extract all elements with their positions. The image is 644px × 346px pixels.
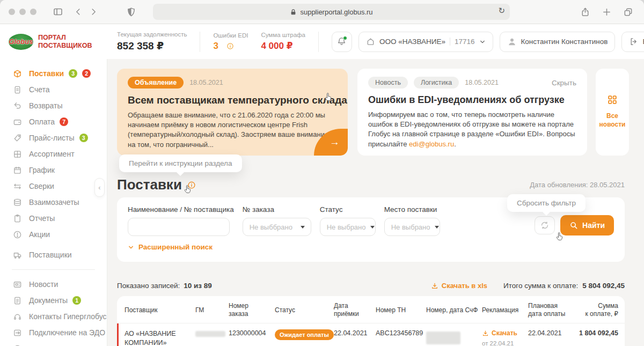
sidebar-item-supplies[interactable]: Поставки 3 2	[0, 65, 107, 82]
redacted-value	[426, 332, 460, 344]
sidebar-item-pricelists[interactable]: Прайс-листы 3	[0, 130, 107, 146]
tabs-overview-icon[interactable]	[620, 4, 635, 19]
address-bar[interactable]: supplierportal.globus.ru ↻	[153, 4, 510, 20]
col-header[interactable]: Сумма к оплате, ₽	[574, 302, 618, 318]
sidebar-item-schedule[interactable]: График	[0, 162, 107, 178]
col-header[interactable]: ГМ	[195, 306, 229, 314]
news-icon	[13, 280, 22, 289]
wallet-icon	[13, 117, 22, 127]
col-header[interactable]: Рекламация	[482, 306, 528, 314]
order-select[interactable]: Не выббрано	[243, 218, 311, 236]
all-news-button[interactable]: Все новости	[596, 69, 629, 156]
sidebar-item-promos[interactable]: Акции	[0, 226, 107, 242]
caret-down-icon	[435, 226, 439, 229]
search-button[interactable]: Найти	[560, 215, 614, 235]
cell-sum: 1 804 092,45	[574, 329, 618, 337]
chevron-down-icon	[128, 244, 134, 251]
announcement-card[interactable]: Объявление 18.05.2021 Всем поставщикам т…	[117, 69, 348, 156]
alert-circle-icon	[13, 230, 22, 239]
user-name: Константин Константинов	[521, 38, 608, 46]
invoice-icon	[13, 85, 22, 94]
order-filter: № заказа Не выббрано	[243, 205, 311, 236]
col-header[interactable]: Номер заказа	[229, 302, 275, 318]
col-header[interactable]: Статус	[275, 306, 334, 314]
reclamation-download-link[interactable]: Скачать	[482, 329, 528, 337]
sidebar-item-edo[interactable]: Подключение на ЭДО	[0, 325, 107, 341]
sidebar-item-reports[interactable]: Отчеты	[0, 210, 107, 226]
hide-news-link[interactable]: Скрыть	[552, 79, 576, 87]
company-selector[interactable]: ООО «НАЗВАНИЕ» 17716	[358, 32, 493, 52]
advanced-search-link[interactable]: Расширенный поиск	[128, 243, 614, 251]
headset-icon	[13, 312, 22, 321]
new-tab-icon[interactable]	[599, 4, 614, 19]
download-icon	[482, 330, 489, 337]
all-news-label: Все новости	[599, 112, 626, 129]
news-type-badge: Новость	[368, 77, 408, 89]
cell-order: 1230000004	[229, 329, 275, 337]
col-header[interactable]: Поставщик	[125, 306, 195, 314]
download-xls-link[interactable]: Скачать в xls	[431, 282, 487, 290]
announcement-badge: Объявление	[128, 77, 184, 89]
back-button[interactable]	[71, 4, 86, 19]
forward-button[interactable]	[86, 4, 101, 19]
sidebar-item-suppliers[interactable]: Поставщики	[0, 247, 107, 263]
place-select[interactable]: Не выбрано	[384, 218, 440, 236]
col-header[interactable]: Дата приёмки	[334, 302, 376, 318]
traffic-light-close[interactable]	[9, 9, 15, 15]
status-select[interactable]: Не выбрано	[320, 218, 376, 236]
user-button[interactable]: Константин Константинов	[500, 32, 616, 52]
col-header[interactable]: Плановая дата оплаты	[528, 302, 574, 318]
divider	[318, 32, 319, 52]
announcement-date: 18.05.2021	[189, 79, 223, 86]
table-row[interactable]: АО «НАЗВАНИЕ КОМПАНИИ» 26743 1230000004 …	[117, 323, 625, 346]
shield-icon[interactable]	[123, 4, 138, 19]
report-icon	[13, 214, 22, 223]
instruction-tooltip: Перейти к инструкции раздела	[119, 154, 242, 172]
box-icon	[13, 69, 22, 78]
sidebar-item-partial[interactable]	[0, 341, 107, 346]
news-card[interactable]: Новость Логистика 18.05.2021 Скрыть Ошиб…	[357, 69, 587, 156]
sidebar-item-documents[interactable]: Документы 1	[0, 292, 107, 308]
download-icon	[431, 282, 438, 290]
sidebar-item-offsets[interactable]: Взаимозачеты	[0, 194, 107, 210]
sidebar-item-returns[interactable]: Возвраты	[0, 98, 107, 114]
sidebar-collapse-button[interactable]: ‹	[94, 178, 105, 197]
sidebar-item-news[interactable]: Новости	[0, 276, 107, 292]
portal-logo[interactable]: Globus ПОРТАЛПОСТАВЩИКОВ	[0, 34, 107, 50]
company-name: ООО «НАЗВАНИЕ»	[379, 38, 445, 46]
cell-schf: 22.04.2021	[426, 329, 482, 346]
cell-acceptance-date: 22.04.2021	[334, 329, 376, 337]
logout-button[interactable]: Выйти	[621, 32, 644, 52]
total-label: Итого сумма к оплате:	[503, 282, 578, 290]
cell-status: Ожидает оплаты	[275, 329, 334, 340]
sidebar-item-reconciliation[interactable]: Сверки	[0, 178, 107, 194]
traffic-light-zoom[interactable]	[30, 9, 36, 15]
refresh-icon[interactable]: ↻	[498, 6, 505, 16]
badge-count: 3	[79, 134, 88, 142]
email-link[interactable]: edi@globus.ru	[409, 140, 454, 148]
sidebar-item-invoices[interactable]: Счета	[0, 82, 107, 98]
caret-down-icon	[301, 226, 305, 229]
table-header-row: Поставщик ГМ Номер заказа Статус Дата пр…	[117, 296, 625, 323]
shown-records-value: 10 из 89	[184, 282, 212, 290]
traffic-light-minimize[interactable]	[19, 9, 26, 15]
sidebar-item-assortment[interactable]: Ассортимент	[0, 146, 107, 162]
logout-icon	[629, 37, 638, 46]
notifications-button[interactable]	[332, 32, 352, 52]
col-header[interactable]: Номер ТН	[376, 306, 426, 314]
home-icon	[366, 37, 375, 46]
sidebar-item-contacts[interactable]: Контакты Гиперглобус	[0, 308, 107, 325]
sidebar-divider	[12, 269, 95, 270]
badge-count: 2	[82, 69, 91, 78]
news-title: Ошибки в EDI-уведомлениях об отгрузке	[368, 94, 576, 106]
reset-filter-button[interactable]	[535, 216, 555, 234]
portal-logo-title: ПОРТАЛПОСТАВЩИКОВ	[38, 34, 92, 50]
section-info-icon[interactable]	[187, 181, 196, 189]
sidebar-item-payment[interactable]: Оплата 7	[0, 114, 107, 130]
col-header[interactable]: Номер, дата СчФ	[426, 306, 482, 314]
supplier-name-input[interactable]	[128, 218, 230, 236]
info-icon[interactable]	[226, 42, 234, 50]
sidebar-toggle-icon[interactable]	[50, 4, 65, 19]
share-icon[interactable]	[577, 4, 592, 19]
browser-chrome: supplierportal.globus.ru ↻	[0, 0, 644, 24]
